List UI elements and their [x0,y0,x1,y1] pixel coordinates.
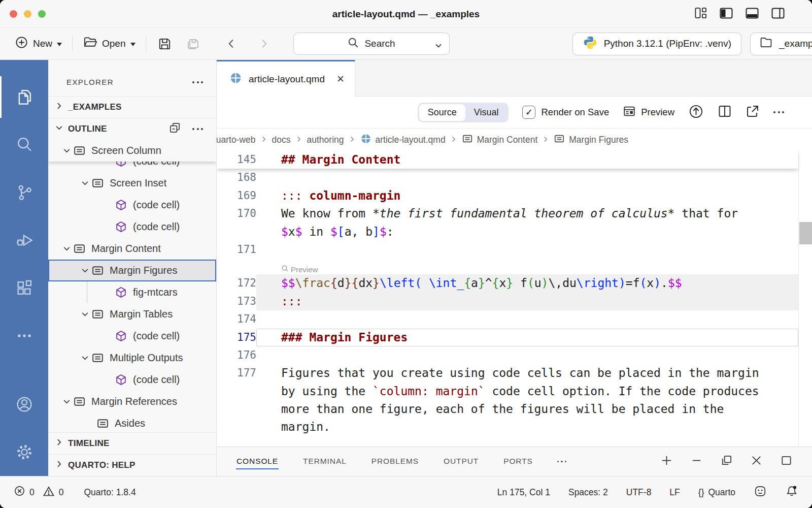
breadcrumb-item-margin-content[interactable]: Margin Content [462,133,538,147]
panel-tab-ports[interactable]: PORTS [503,454,533,469]
account-icon[interactable] [0,380,48,428]
editor-more-actions-icon[interactable] [773,111,784,113]
notifications-bell-icon[interactable] [785,485,798,500]
language-mode-status[interactable]: {} Quarto [698,487,735,498]
source-mode-button[interactable]: Source [419,104,465,121]
section-timeline[interactable]: TIMELINE [48,432,216,454]
breadcrumb-item-margin-figures[interactable]: Margin Figures [554,133,628,147]
code-line-171[interactable]: 171 [217,241,798,259]
breadcrumb-item-authoring[interactable]: authoring [307,135,344,145]
chevron-down-icon[interactable] [434,41,443,52]
collapse-all-icon[interactable] [168,121,181,137]
outline-item-code-cell[interactable]: (code cell) [48,162,216,172]
close-tab-icon[interactable]: ✕ [336,73,345,85]
panel-tab-console[interactable]: CONSOLE [236,454,279,469]
navigate-forward-button[interactable] [251,37,277,50]
outline-item-code-cell[interactable]: (code cell) [48,216,216,238]
visual-mode-button[interactable]: Visual [465,104,507,121]
more-views-icon[interactable] [0,312,48,360]
navigate-back-button[interactable] [218,37,245,50]
indentation-status[interactable]: Spaces: 2 [568,487,608,498]
editor-scrollbar[interactable] [798,151,812,447]
interpreter-selector-button[interactable]: Python 3.12.1 (PipEnv: .venv) [572,33,741,55]
quarto-version-status[interactable]: Quarto: 1.8.4 [84,487,136,498]
panel-tab-problems[interactable]: PROBLEMS [371,454,419,469]
search-input[interactable]: Search [293,33,450,55]
minimize-window-button[interactable] [24,10,31,18]
new-button[interactable]: New [9,36,67,52]
panel-minimize-icon[interactable] [690,454,703,469]
code-editor[interactable]: 145## Margin Content168169::: column-mar… [217,151,812,447]
breadcrumb-item-article-layout-qmd[interactable]: article-layout.qmd [360,133,446,147]
code-line-175[interactable]: 175### Margin Figures [217,329,798,346]
publish-icon[interactable] [688,104,704,121]
render-on-save-checkbox[interactable]: ✓ [522,106,535,119]
code-line-168[interactable]: 168 [217,169,798,186]
outline-item-margin-figures[interactable]: Margin Figures [48,260,216,281]
outline-item-screen-inset[interactable]: Screen Inset [48,172,216,194]
save-button[interactable] [151,37,179,51]
scrollbar-thumb[interactable] [799,222,812,244]
outline-item-margin-tables[interactable]: Margin Tables [48,303,216,325]
code-line-172[interactable]: 172$$\frac{d}{dx}\left( \int_{a}^{x} f(u… [217,274,798,292]
open-button[interactable]: Open [77,35,141,52]
code-line-wrap[interactable]: margin. [217,418,798,436]
tab-article-layout[interactable]: article-layout.qmd ✕ [217,60,355,97]
panel-more-tabs-icon[interactable] [557,461,567,463]
settings-gear-icon[interactable] [0,428,48,476]
outline-item-code-cell[interactable]: (code cell) [48,325,216,347]
breadcrumb-item-docs[interactable]: docs [272,135,291,145]
outline-item-multiple-outputs[interactable]: Multiple Outputs [48,347,216,369]
toggle-secondary-sidebar-icon[interactable] [771,6,785,22]
zoom-window-button[interactable] [38,10,46,18]
toggle-primary-sidebar-icon[interactable] [719,6,733,22]
outline-item-code-cell[interactable]: (code cell) [48,369,216,391]
split-editor-icon[interactable] [718,104,732,120]
eol-status[interactable]: LF [669,487,680,498]
outline-item-code-cell[interactable]: (code cell) [48,194,216,216]
panel-plus-icon[interactable] [660,454,673,469]
code-line-wrap[interactable]: $x$ in $[a, b]$: [217,223,798,241]
source-control-icon[interactable] [0,169,48,216]
panel-close-icon[interactable] [750,454,763,469]
run-debug-icon[interactable] [0,216,48,264]
explorer-more-actions-icon[interactable] [192,81,203,83]
search-view-icon[interactable] [0,121,48,169]
breadcrumb-item-quarto-web[interactable]: quarto-web [217,135,256,145]
codelens-label[interactable]: Preview [291,265,318,274]
outline-item-screen-column[interactable]: Screen Column [48,140,216,162]
open-external-icon[interactable] [746,104,760,120]
preview-button[interactable]: Preview [623,105,674,120]
close-window-button[interactable] [10,10,17,18]
save-all-button[interactable] [179,36,207,51]
section-outline[interactable]: OUTLINE [48,118,216,140]
outline-item-margin-references[interactable]: Margin References [48,391,216,412]
customize-layout-icon[interactable] [694,6,707,22]
code-line-wrap[interactable]: more than one figure, each of the figure… [217,400,798,418]
panel-tab-output[interactable]: OUTPUT [443,454,479,469]
outline-more-actions-icon[interactable] [192,128,203,130]
code-line-177[interactable]: 177Figures that you create using code ce… [217,364,798,382]
panel-maximize-icon[interactable] [780,454,793,469]
panel-tab-terminal[interactable]: TERMINAL [302,454,347,469]
outline-item-fig-mtcars[interactable]: fig-mtcars [48,281,216,303]
cursor-position-status[interactable]: Ln 175, Col 1 [497,487,550,498]
section-workspace[interactable]: _EXAMPLES [48,96,216,118]
explorer-icon[interactable] [0,73,48,121]
code-line-173[interactable]: 173::: [217,293,798,310]
extensions-icon[interactable] [0,264,48,312]
code-line-wrap[interactable]: by using the `column: margin` code cell … [217,383,798,400]
section-quarto-help[interactable]: QUARTO: HELP [48,454,216,476]
code-line-170[interactable]: 170We know from *the first fundamental t… [217,205,798,223]
feedback-smiley-icon[interactable] [754,485,767,500]
workspace-selector-button[interactable]: _examples [750,33,812,55]
code-line-145[interactable]: 145## Margin Content [217,151,798,169]
code-line-176[interactable]: 176 [217,346,798,364]
code-line-169[interactable]: 169::: column-margin [217,187,798,205]
panel-restore-icon[interactable] [720,454,733,469]
problems-status-button[interactable]: 0 0 [14,485,63,500]
codelens-preview[interactable]: Preview [217,259,798,274]
encoding-status[interactable]: UTF-8 [626,487,652,498]
outline-item-asides[interactable]: Asides [48,412,216,432]
outline-item-margin-content[interactable]: Margin Content [48,238,216,260]
